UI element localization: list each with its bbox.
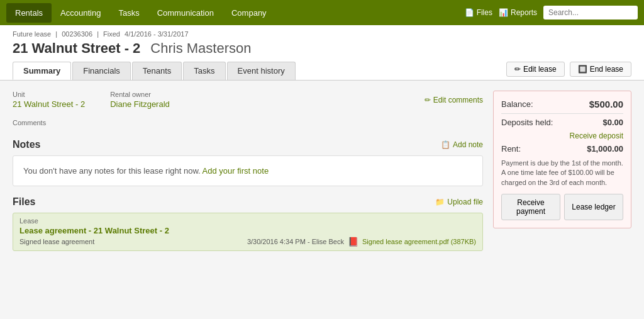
main-content: Unit 21 Walnut Street - 2 Rental owner D…	[0, 81, 644, 319]
nav-tasks[interactable]: Tasks	[109, 3, 148, 23]
file-date: 3/30/2016 4:34 PM - Elise Beck	[247, 238, 344, 245]
rent-amount: $1,000.00	[587, 144, 623, 154]
lease-tenant: Chris Masterson	[150, 40, 251, 57]
rent-row: Rent: $1,000.00	[501, 144, 623, 154]
lease-meta: Future lease | 00236306 | Fixed 4/1/2016…	[13, 30, 631, 38]
balance-amount: $500.00	[589, 99, 623, 109]
deposits-row: Deposits held: $0.00	[501, 118, 623, 127]
lease-title-row: 21 Walnut Street - 2 Chris Masterson	[13, 40, 631, 57]
edit-comments-button[interactable]: Edit comments	[425, 91, 483, 109]
nav-accounting[interactable]: Accounting	[52, 3, 109, 23]
reports-nav-btn[interactable]: Reports	[499, 8, 537, 17]
balance-label: Balance:	[501, 99, 533, 109]
add-note-button[interactable]: Add note	[441, 140, 483, 149]
info-row: Unit 21 Walnut Street - 2 Rental owner D…	[13, 91, 483, 109]
lease-separator1: |	[55, 30, 57, 38]
pdf-link[interactable]: Signed lease agreement.pdf (387KB)	[362, 238, 476, 245]
reports-nav-icon	[499, 8, 508, 17]
receive-payment-button[interactable]: Receive payment	[501, 194, 560, 220]
notes-header: Notes Add note	[13, 139, 483, 150]
files-nav-icon	[465, 8, 474, 17]
content-area: Unit 21 Walnut Street - 2 Rental owner D…	[13, 91, 493, 319]
deposits-amount: $0.00	[602, 118, 623, 127]
top-nav: Rentals Accounting Tasks Communication C…	[0, 0, 644, 25]
lease-actions: Edit lease 🔲 End lease	[506, 62, 631, 77]
pdf-icon: 📕	[348, 237, 358, 247]
nav-rentals[interactable]: Rentals	[6, 3, 52, 23]
balance-row: Balance: $500.00	[501, 99, 623, 109]
files-nav-btn[interactable]: Files	[465, 8, 492, 17]
file-right: 3/30/2016 4:34 PM - Elise Beck 📕 Signed …	[247, 237, 476, 247]
balance-card: Balance: $500.00 Deposits held: $0.00 Re…	[493, 91, 631, 228]
lease-ledger-button[interactable]: Lease ledger	[564, 194, 623, 220]
search-input[interactable]	[543, 6, 638, 20]
deposits-label: Deposits held:	[501, 118, 553, 127]
lease-id: 00236306	[62, 30, 92, 38]
add-first-note-link[interactable]: Add your first note	[203, 166, 269, 176]
lease-dates: 4/1/2016 - 3/31/2017	[125, 30, 189, 38]
comments-label: Comments	[13, 119, 483, 126]
nav-company[interactable]: Company	[223, 3, 275, 23]
files-title: Files	[13, 196, 35, 208]
file-meta: Signed lease agreement 3/30/2016 4:34 PM…	[19, 237, 476, 247]
file-category: Lease	[19, 217, 476, 225]
tab-tenants[interactable]: Tenants	[132, 62, 182, 80]
unit-link[interactable]: 21 Walnut Street - 2	[13, 99, 85, 109]
tab-event-history[interactable]: Event history	[227, 62, 296, 80]
sub-header: Future lease | 00236306 | Fixed 4/1/2016…	[0, 25, 644, 81]
edit-comments-icon	[425, 96, 431, 104]
tab-summary[interactable]: Summary	[13, 62, 71, 80]
sidebar: Balance: $500.00 Deposits held: $0.00 Re…	[493, 91, 631, 319]
edit-lease-icon	[514, 65, 521, 74]
nav-communication[interactable]: Communication	[148, 3, 223, 23]
sidebar-buttons: Receive payment Lease ledger	[501, 194, 623, 220]
comments-section: Comments	[13, 119, 483, 126]
receive-deposit: Receive deposit	[501, 131, 623, 140]
nav-right: Files Reports	[465, 6, 638, 20]
file-name-link[interactable]: Lease agreement - 21 Walnut Street - 2	[19, 226, 169, 235]
upload-file-button[interactable]: Upload file	[435, 198, 483, 206]
add-note-icon	[441, 140, 450, 149]
file-desc: Signed lease agreement	[19, 238, 94, 245]
unit-block: Unit 21 Walnut Street - 2	[13, 91, 85, 109]
lease-type: Future lease	[13, 30, 51, 38]
lease-separator2: |	[97, 30, 99, 38]
owner-label: Rental owner	[110, 91, 170, 98]
owner-link[interactable]: Diane Fitzgerald	[110, 99, 170, 109]
notes-title: Notes	[13, 139, 40, 150]
lease-address: 21 Walnut Street - 2	[13, 40, 140, 57]
tab-tasks[interactable]: Tasks	[183, 62, 225, 80]
upload-icon	[435, 198, 445, 206]
notes-empty-message: You don't have any notes for this lease …	[13, 155, 483, 186]
tab-financials[interactable]: Financials	[72, 62, 131, 80]
edit-lease-button[interactable]: Edit lease	[506, 62, 565, 77]
unit-label: Unit	[13, 91, 85, 98]
end-lease-button[interactable]: 🔲 End lease	[570, 62, 631, 77]
payment-note: Payment is due by the 1st of the month. …	[501, 159, 623, 187]
lease-fixed: Fixed	[103, 30, 120, 38]
owner-block: Rental owner Diane Fitzgerald	[110, 91, 170, 109]
files-header: Files Upload file	[13, 196, 483, 208]
rent-label: Rent:	[501, 144, 521, 154]
file-item: Lease Lease agreement - 21 Walnut Street…	[13, 213, 483, 251]
receive-deposit-link[interactable]: Receive deposit	[570, 132, 623, 140]
end-lease-icon: 🔲	[578, 65, 587, 74]
